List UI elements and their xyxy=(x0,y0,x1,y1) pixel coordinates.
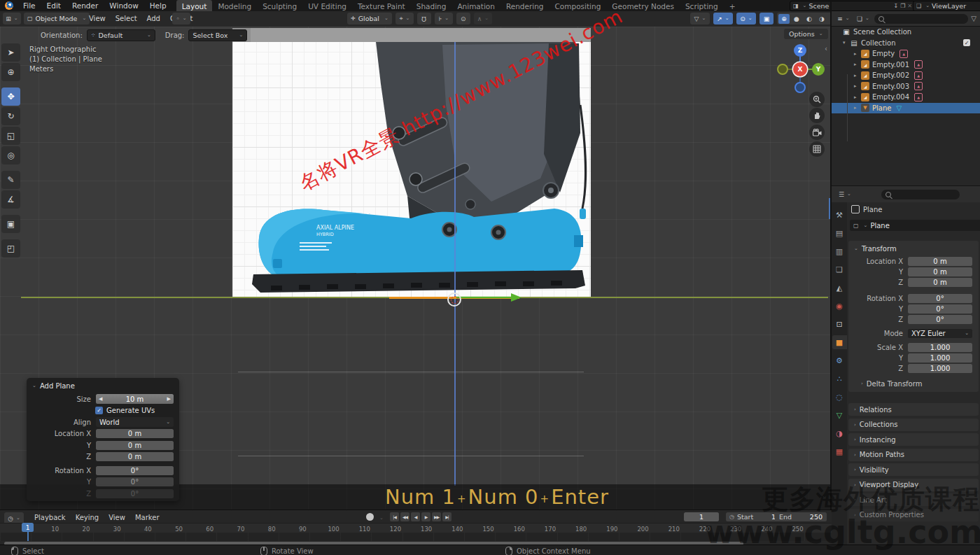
scene-selector[interactable]: ◨⌄ Scene ↧ ❐ ✕ xyxy=(790,1,916,11)
transform-panel-header[interactable]: ⌄Transform xyxy=(848,243,979,257)
3d-cursor[interactable] xyxy=(447,293,461,307)
workspace-tab[interactable]: Modeling xyxy=(212,0,257,11)
modifier-tab[interactable]: ⚙ xyxy=(832,353,847,367)
object-data-icon[interactable] xyxy=(914,71,923,80)
disclosure-triangle[interactable]: ▸ xyxy=(854,83,861,89)
current-frame-marker[interactable]: 1 xyxy=(22,523,34,532)
material-tab[interactable]: ◑ xyxy=(832,426,847,440)
location-field[interactable]: 0 m xyxy=(908,278,972,287)
outliner-row[interactable]: ▸ Empty.003 xyxy=(832,81,980,92)
outliner-filter-icon[interactable]: ▽ xyxy=(971,15,976,22)
delta-transform-header[interactable]: ›Delta Transform xyxy=(848,374,979,388)
workspace-tab[interactable]: Texture Paint xyxy=(352,0,411,11)
rotation-field[interactable]: 0° xyxy=(96,489,174,498)
workspace-tab[interactable]: Animation xyxy=(451,0,500,11)
disclosure-triangle[interactable]: ▸ xyxy=(854,62,861,67)
object-name-field[interactable]: ▢⌄ Plane xyxy=(850,220,980,231)
workspace-tab[interactable]: Rendering xyxy=(500,0,550,11)
timeline-menu-item[interactable]: Marker xyxy=(130,514,164,521)
menu-item[interactable]: Render xyxy=(66,1,104,10)
rotation-field[interactable]: 0° xyxy=(96,466,174,475)
prev-keyframe-button[interactable]: ◀◀ xyxy=(400,512,410,521)
output-tab[interactable]: ▥ xyxy=(832,244,847,258)
select-box-tool[interactable]: ➤ xyxy=(1,43,20,62)
mode-options-dropdown[interactable]: ◦⌄ xyxy=(172,13,190,24)
drag-dropdown[interactable]: Select Box⌄ xyxy=(188,29,247,41)
workspace-tab[interactable]: + xyxy=(724,0,741,11)
disclosure-triangle[interactable]: ▸ xyxy=(854,94,861,100)
panel-title[interactable]: ⌄Add Plane xyxy=(32,382,174,390)
timeline-menu-item[interactable]: View xyxy=(104,514,130,521)
interaction-tool[interactable]: ◰ xyxy=(1,239,20,258)
auto-keying-button[interactable] xyxy=(366,513,374,521)
jump-to-end-button[interactable]: ▶| xyxy=(442,512,451,521)
disclosure-triangle[interactable]: ▾ xyxy=(843,40,850,45)
view-layer-tab[interactable]: ❏ xyxy=(832,262,847,276)
rendered-shading-button[interactable]: ◑ xyxy=(816,14,827,24)
outliner-row[interactable]: ▸ Empty.002 xyxy=(832,70,980,81)
zoom-button[interactable] xyxy=(809,92,825,107)
overlays-toggle[interactable]: ⊙⌄ xyxy=(736,13,756,24)
outliner-row[interactable]: ▸ Plane xyxy=(832,103,980,114)
scale-field[interactable]: 1.000 xyxy=(908,364,972,373)
gizmo-y-axis[interactable]: Y xyxy=(812,63,825,76)
transform-orientation-dropdown[interactable]: ✛ Global⌄ xyxy=(347,13,392,24)
add-plane-operator-panel[interactable]: ⌄Add Plane Size ◀ 10 m ▶ ✓ Generate UVs … xyxy=(27,378,179,501)
annotate-tool[interactable]: ✎ xyxy=(1,171,20,189)
orientation-dropdown[interactable]: ⁘ Default⌄ xyxy=(87,29,155,41)
properties-search-input[interactable] xyxy=(881,190,960,199)
orthographic-grid-button[interactable] xyxy=(809,141,825,157)
rotation-mode-dropdown[interactable]: XYZ Euler⌄ xyxy=(908,329,972,338)
xray-toggle[interactable]: ▣ xyxy=(760,13,774,24)
object-data-icon[interactable] xyxy=(914,82,923,90)
options-button[interactable]: Options⌄ xyxy=(784,29,828,39)
rotation-field[interactable]: 0° xyxy=(908,304,972,314)
outliner-row[interactable]: ▸ Empty.004 xyxy=(832,92,980,103)
menu-item[interactable]: File xyxy=(18,1,41,10)
section-header[interactable]: ›Relations xyxy=(848,403,979,416)
rotation-field[interactable]: 0° xyxy=(908,315,972,324)
workspace-tab[interactable]: UV Editing xyxy=(302,0,352,11)
add-cube-tool[interactable]: ▣ xyxy=(1,215,20,233)
jump-to-start-button[interactable]: |◀ xyxy=(390,512,399,521)
world-tab[interactable]: ◉ xyxy=(832,299,847,313)
blender-logo-icon[interactable] xyxy=(5,1,13,10)
disclosure-triangle[interactable]: ▸ xyxy=(854,105,861,111)
location-field[interactable]: 0 m xyxy=(908,267,972,276)
move-gizmo-y-arrow[interactable] xyxy=(456,292,522,303)
cursor-tool[interactable]: ⊕ xyxy=(1,63,20,81)
outliner-row[interactable]: Scene Collection xyxy=(832,27,980,38)
workspace-tab[interactable]: Layout xyxy=(176,0,213,11)
editor-type-dropdown[interactable]: ⊞⌄ xyxy=(3,13,21,24)
material-shading-button[interactable]: ◐ xyxy=(804,14,815,24)
size-slider[interactable]: ◀ 10 m ▶ xyxy=(96,394,174,404)
viewport-menu-item[interactable]: View xyxy=(84,15,111,22)
sidebar-collapse-arrow[interactable]: ‹ xyxy=(825,45,827,52)
menu-item[interactable]: Help xyxy=(144,1,172,10)
object-visibility-dropdown[interactable]: ▽⌄ xyxy=(690,13,710,24)
object-data-tab[interactable]: ▽ xyxy=(832,408,847,422)
rotation-field[interactable]: 0° xyxy=(908,294,972,303)
object-data-icon[interactable] xyxy=(963,39,970,46)
section-header[interactable]: ›Instancing xyxy=(848,433,979,446)
scale-field[interactable]: 1.000 xyxy=(908,353,972,363)
copy-icon[interactable]: ❐ xyxy=(900,3,905,9)
location-field[interactable]: 0 m xyxy=(96,452,174,461)
gizmo-x-axis[interactable]: X xyxy=(793,62,807,76)
object-data-icon[interactable] xyxy=(914,93,923,101)
solid-shading-button[interactable]: ● xyxy=(791,14,802,24)
properties-editor-dropdown[interactable]: ☰⌄ xyxy=(836,188,854,200)
camera-view-button[interactable] xyxy=(809,125,825,140)
measure-tool[interactable]: ∡ xyxy=(1,190,20,209)
timeline-menu-item[interactable]: Keying xyxy=(71,514,104,521)
location-field[interactable]: 0 m xyxy=(908,257,972,266)
gizmo-z-axis[interactable]: Z xyxy=(794,44,806,57)
render-tab[interactable]: ▤ xyxy=(832,226,847,240)
disclosure-triangle[interactable]: ▸ xyxy=(854,73,861,78)
pin-icon[interactable]: ↧ xyxy=(893,3,898,9)
play-reverse-button[interactable]: ◀ xyxy=(411,512,420,521)
outliner-row[interactable]: ▸ Empty xyxy=(832,48,980,59)
particles-tab[interactable]: ∴ xyxy=(832,372,847,386)
object-data-icon[interactable] xyxy=(914,60,923,69)
rotate-tool[interactable]: ↻ xyxy=(1,107,20,125)
